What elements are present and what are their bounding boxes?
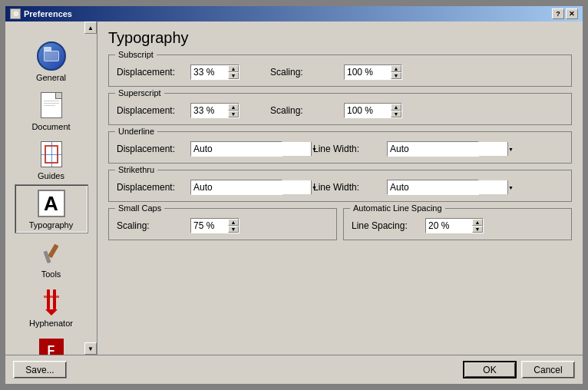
sidebar-item-guides-label: Guides — [38, 171, 64, 180]
superscript-legend: Superscript — [115, 88, 164, 98]
superscript-scaling-input[interactable] — [345, 104, 391, 117]
strikethru-displacement-combobox[interactable]: ▼ — [190, 180, 282, 195]
underline-linewidth-label: Line Width: — [313, 144, 382, 154]
general-icon — [36, 41, 67, 71]
superscript-displacement-spin-up[interactable]: ▲ — [228, 104, 239, 111]
sidebar-item-general-label: General — [36, 73, 66, 82]
superscript-displacement-input[interactable] — [191, 104, 228, 117]
preferences-window: ⚙ Preferences ? ✕ ▲ General — [4, 5, 584, 385]
sidebar-item-hyphenator-label: Hyphenator — [29, 319, 73, 328]
hyphenator-icon — [36, 286, 67, 317]
subscript-displacement-spinbox-btns: ▲ ▼ — [228, 65, 239, 79]
subscript-scaling-spin-up[interactable]: ▲ — [391, 65, 401, 72]
superscript-scaling-spin-up[interactable]: ▲ — [391, 104, 401, 111]
sidebar-scroll-down[interactable]: ▼ — [84, 342, 97, 355]
help-button[interactable]: ? — [552, 8, 564, 19]
small-caps-scaling-label: Scaling: — [117, 220, 186, 231]
auto-line-spacing-group: Line Spacing: ▲ ▼ — [352, 218, 563, 233]
superscript-scaling-spin-down[interactable]: ▼ — [391, 111, 401, 117]
superscript-displacement-spinbox-btns: ▲ ▼ — [228, 104, 239, 117]
auto-line-spacing-label: Line Spacing: — [352, 220, 421, 231]
sidebar-item-document-label: Document — [31, 122, 70, 131]
superscript-scaling-spinbox-btns: ▲ ▼ — [391, 104, 401, 117]
superscript-scaling-label: Scaling: — [270, 105, 339, 116]
superscript-displacement-spinbox[interactable]: ▲ ▼ — [190, 103, 239, 118]
small-caps-legend: Small Caps — [115, 203, 164, 213]
subscript-displacement-input[interactable] — [191, 65, 228, 79]
small-caps-scaling-input[interactable] — [191, 219, 228, 233]
underline-linewidth-combobox[interactable]: ▼ — [387, 141, 479, 157]
auto-line-spacing-spin-up[interactable]: ▲ — [472, 219, 483, 226]
cancel-button[interactable]: Cancel — [521, 361, 575, 378]
small-caps-scaling-spinbox[interactable]: ▲ ▼ — [190, 218, 239, 233]
ok-button[interactable]: OK — [463, 361, 517, 378]
strikethru-linewidth-group: Line Width: ▼ — [313, 180, 479, 195]
strikethru-linewidth-combobox[interactable]: ▼ — [387, 180, 479, 195]
bottom-sections: Small Caps Scaling: ▲ ▼ A — [108, 208, 572, 240]
sidebar-item-general[interactable]: General — [15, 37, 88, 86]
auto-line-spacing-input[interactable] — [426, 219, 472, 233]
subscript-displacement-spin-up[interactable]: ▲ — [228, 65, 239, 72]
fonts-icon: F — [36, 335, 67, 355]
strikethru-legend: Strikethru — [115, 165, 157, 174]
superscript-displacement-spin-down[interactable]: ▼ — [228, 111, 239, 117]
subscript-scaling-input[interactable] — [345, 65, 391, 79]
title-bar-buttons: ? ✕ — [552, 8, 578, 19]
auto-line-spacing-spinbox[interactable]: ▲ ▼ — [425, 218, 484, 233]
sidebar-item-fonts[interactable]: F Fonts — [15, 332, 88, 355]
subscript-scaling-spinbox[interactable]: ▲ ▼ — [344, 64, 402, 80]
subscript-scaling-group: Scaling: ▲ ▼ — [270, 64, 402, 80]
small-caps-section: Small Caps Scaling: ▲ ▼ — [108, 208, 337, 240]
sidebar-item-hyphenator[interactable]: Hyphenator — [15, 283, 88, 332]
strikethru-displacement-label: Displacement: — [117, 182, 186, 193]
main-content: Typography Subscript Displacement: ▲ ▼ — [97, 21, 583, 355]
subscript-legend: Subscript — [115, 50, 157, 59]
svg-rect-2 — [47, 289, 50, 309]
auto-line-spacing-legend: Automatic Line Spacing — [350, 203, 445, 213]
subscript-displacement-group: Displacement: ▲ ▼ — [117, 64, 239, 80]
auto-line-spacing-spin-down[interactable]: ▼ — [472, 226, 483, 233]
svg-rect-0 — [48, 244, 58, 259]
underline-displacement-group: Displacement: ▼ — [117, 141, 282, 157]
small-caps-scaling-spin-down[interactable]: ▼ — [228, 226, 239, 233]
strikethru-section: Strikethru Displacement: ▼ Line Width: — [108, 170, 572, 202]
underline-linewidth-input[interactable] — [388, 142, 507, 156]
svg-rect-3 — [53, 289, 56, 309]
underline-displacement-label: Displacement: — [117, 144, 186, 154]
superscript-scaling-spinbox[interactable]: ▲ ▼ — [344, 103, 402, 118]
sidebar-item-document[interactable]: Document — [15, 86, 88, 135]
window-icon: ⚙ — [10, 8, 21, 19]
sidebar-scroll-up[interactable]: ▲ — [84, 21, 97, 34]
subscript-displacement-spinbox[interactable]: ▲ ▼ — [190, 64, 239, 80]
auto-line-spacing-section: Automatic Line Spacing Line Spacing: ▲ ▼ — [343, 208, 572, 240]
underline-linewidth-group: Line Width: ▼ — [313, 141, 479, 157]
typography-icon: A — [36, 188, 67, 219]
underline-displacement-input[interactable] — [191, 142, 311, 156]
underline-displacement-combobox[interactable]: ▼ — [190, 141, 282, 157]
underline-linewidth-dropdown-btn[interactable]: ▼ — [507, 142, 514, 156]
underline-row: Displacement: ▼ Line Width: ▼ — [117, 141, 563, 157]
svg-marker-4 — [45, 309, 58, 316]
superscript-displacement-group: Displacement: ▲ ▼ — [117, 103, 239, 118]
title-bar: ⚙ Preferences ? ✕ — [5, 6, 583, 21]
underline-legend: Underline — [115, 127, 157, 136]
strikethru-linewidth-dropdown-btn[interactable]: ▼ — [507, 180, 514, 194]
subscript-displacement-label: Displacement: — [117, 67, 186, 78]
document-icon — [36, 90, 67, 121]
sidebar-item-tools[interactable]: Tools — [15, 233, 88, 283]
strikethru-displacement-input[interactable] — [191, 180, 311, 194]
strikethru-linewidth-label: Line Width: — [313, 182, 382, 193]
sidebar-item-guides[interactable]: Guides — [15, 135, 88, 184]
page-title: Typography — [108, 29, 572, 47]
subscript-displacement-spin-down[interactable]: ▼ — [228, 72, 239, 79]
strikethru-linewidth-input[interactable] — [388, 180, 507, 194]
sidebar-item-typography[interactable]: A Typography — [15, 184, 88, 233]
superscript-displacement-label: Displacement: — [117, 105, 186, 116]
sidebar-item-typography-label: Typography — [29, 220, 73, 230]
subscript-scaling-spin-down[interactable]: ▼ — [391, 72, 401, 79]
close-button[interactable]: ✕ — [566, 8, 578, 19]
sidebar: ▲ General — [5, 21, 97, 355]
superscript-section: Superscript Displacement: ▲ ▼ S — [108, 93, 572, 125]
small-caps-scaling-spin-up[interactable]: ▲ — [228, 219, 239, 226]
save-button[interactable]: Save... — [13, 361, 67, 378]
